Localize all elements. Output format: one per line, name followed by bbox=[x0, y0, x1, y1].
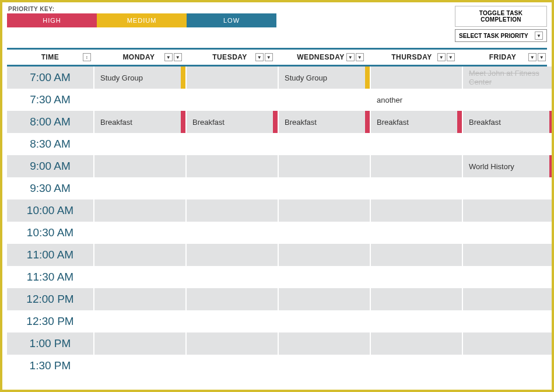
task-cell[interactable] bbox=[463, 222, 554, 244]
task-cell[interactable]: Meet John at Fitness Center bbox=[463, 66, 554, 89]
task-cell[interactable] bbox=[187, 177, 278, 200]
task-cell[interactable] bbox=[94, 89, 185, 111]
task-cell[interactable] bbox=[187, 288, 278, 310]
task-cell[interactable] bbox=[279, 266, 370, 288]
filter-icon[interactable]: ▼ bbox=[528, 53, 537, 61]
task-cell[interactable] bbox=[187, 266, 278, 288]
task-cell[interactable] bbox=[279, 244, 370, 266]
task-cell[interactable]: Breakfast bbox=[371, 111, 462, 133]
task-cell[interactable] bbox=[371, 266, 462, 288]
task-cell[interactable] bbox=[94, 332, 185, 355]
task-cell[interactable]: Breakfast bbox=[463, 111, 554, 133]
task-cell[interactable] bbox=[371, 355, 462, 377]
task-cell[interactable] bbox=[371, 66, 462, 89]
task-cell[interactable] bbox=[279, 155, 370, 177]
task-cell[interactable] bbox=[94, 355, 185, 377]
task-cell[interactable] bbox=[187, 155, 278, 177]
filter-icon[interactable]: ▼ bbox=[174, 53, 182, 61]
task-cell[interactable] bbox=[187, 310, 278, 332]
priority-tag bbox=[365, 66, 370, 89]
task-cell[interactable] bbox=[463, 244, 554, 266]
task-cell[interactable] bbox=[463, 133, 554, 155]
task-text: another bbox=[377, 96, 402, 104]
filter-icon[interactable]: ▼ bbox=[164, 53, 173, 61]
task-cell[interactable] bbox=[187, 222, 278, 244]
task-cell[interactable]: Breakfast bbox=[279, 111, 370, 133]
task-cell[interactable] bbox=[279, 222, 370, 244]
header-monday-label: MONDAY bbox=[122, 53, 155, 61]
task-text: Breakfast bbox=[100, 118, 132, 127]
select-task-priority-dropdown[interactable]: SELECT TASK PRIORITY ▼ bbox=[455, 29, 547, 42]
task-cell[interactable] bbox=[371, 310, 462, 332]
task-cell[interactable] bbox=[463, 355, 554, 377]
task-cell[interactable] bbox=[279, 200, 370, 222]
task-cell[interactable] bbox=[94, 133, 185, 155]
task-cell[interactable] bbox=[279, 89, 370, 111]
task-cell[interactable] bbox=[279, 133, 370, 155]
task-cell[interactable] bbox=[94, 177, 185, 200]
task-cell[interactable]: Study Group bbox=[279, 66, 370, 89]
time-cell: 10:30 AM bbox=[7, 222, 93, 244]
schedule-row: 10:00 AM bbox=[7, 200, 547, 222]
task-cell[interactable] bbox=[371, 222, 462, 244]
task-cell[interactable] bbox=[371, 133, 462, 155]
task-cell[interactable] bbox=[279, 332, 370, 355]
filter-icon[interactable]: ▼ bbox=[538, 53, 546, 61]
task-cell[interactable] bbox=[187, 244, 278, 266]
task-cell[interactable] bbox=[463, 310, 554, 332]
sort-icon[interactable]: ↕ bbox=[83, 53, 91, 61]
task-cell[interactable] bbox=[94, 155, 185, 177]
priority-tag bbox=[457, 111, 462, 133]
time-cell: 11:30 AM bbox=[7, 266, 93, 288]
task-cell[interactable] bbox=[94, 200, 185, 222]
task-cell[interactable] bbox=[94, 244, 185, 266]
task-cell[interactable] bbox=[279, 177, 370, 200]
task-cell[interactable] bbox=[279, 288, 370, 310]
task-cell[interactable] bbox=[371, 288, 462, 310]
filter-icon[interactable]: ▼ bbox=[255, 53, 264, 61]
header-time-label: TIME bbox=[41, 53, 59, 61]
task-cell[interactable] bbox=[279, 310, 370, 332]
time-cell: 8:00 AM bbox=[7, 111, 93, 133]
task-cell[interactable] bbox=[371, 200, 462, 222]
task-cell[interactable] bbox=[371, 155, 462, 177]
filter-icon[interactable]: ▼ bbox=[447, 53, 455, 61]
filter-icon[interactable]: ▼ bbox=[265, 53, 273, 61]
schedule-row: 8:30 AM bbox=[7, 133, 547, 155]
task-cell[interactable]: World History bbox=[463, 155, 554, 177]
task-cell[interactable] bbox=[371, 177, 462, 200]
task-cell[interactable] bbox=[371, 244, 462, 266]
filter-icon[interactable]: ▼ bbox=[356, 53, 364, 61]
task-cell[interactable] bbox=[463, 332, 554, 355]
task-cell[interactable] bbox=[279, 355, 370, 377]
task-cell[interactable] bbox=[187, 200, 278, 222]
task-cell[interactable]: Breakfast bbox=[94, 111, 185, 133]
task-cell[interactable] bbox=[187, 89, 278, 111]
header-tuesday-label: TUESDAY bbox=[212, 53, 247, 61]
time-cell: 10:00 AM bbox=[7, 200, 93, 222]
filter-icon[interactable]: ▼ bbox=[437, 53, 446, 61]
task-cell[interactable] bbox=[371, 332, 462, 355]
task-cell[interactable] bbox=[94, 288, 185, 310]
toggle-task-completion-button[interactable]: TOGGLE TASK COMPLETION bbox=[455, 6, 547, 27]
filter-icon[interactable]: ▼ bbox=[346, 53, 355, 61]
task-cell[interactable] bbox=[463, 200, 554, 222]
task-cell[interactable] bbox=[187, 66, 278, 89]
task-cell[interactable] bbox=[94, 310, 185, 332]
task-cell[interactable] bbox=[463, 177, 554, 200]
task-cell[interactable]: another bbox=[371, 89, 462, 111]
task-cell[interactable] bbox=[187, 355, 278, 377]
schedule-row: 9:00 AMWorld History bbox=[7, 155, 547, 177]
task-cell[interactable] bbox=[463, 266, 554, 288]
task-cell[interactable] bbox=[463, 288, 554, 310]
task-cell[interactable]: Breakfast bbox=[187, 111, 278, 133]
task-cell[interactable] bbox=[463, 89, 554, 111]
task-cell[interactable]: Study Group bbox=[94, 66, 185, 89]
task-cell[interactable] bbox=[187, 133, 278, 155]
task-cell[interactable] bbox=[187, 332, 278, 355]
time-cell: 9:30 AM bbox=[7, 177, 93, 200]
schedule-row: 12:30 PM bbox=[7, 310, 547, 332]
task-cell[interactable] bbox=[94, 222, 185, 244]
schedule-row: 1:30 PM bbox=[7, 355, 547, 377]
task-cell[interactable] bbox=[94, 266, 185, 288]
